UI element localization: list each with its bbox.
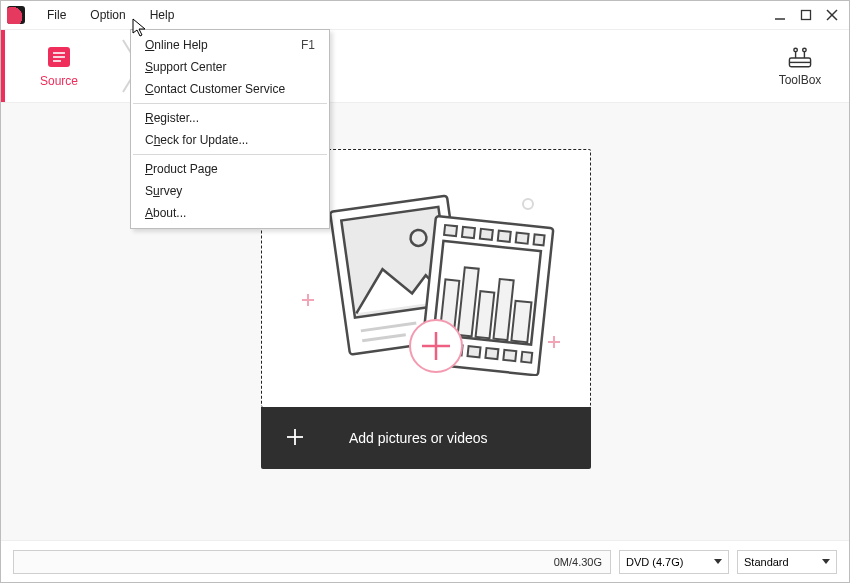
help-survey[interactable]: Survey bbox=[131, 180, 329, 202]
help-check-update[interactable]: Check for Update... bbox=[131, 129, 329, 151]
help-contact-customer-service[interactable]: Contact Customer Service bbox=[131, 78, 329, 100]
chevron-down-icon bbox=[822, 559, 830, 564]
shortcut-text: F1 bbox=[301, 38, 315, 52]
svg-rect-30 bbox=[498, 231, 511, 242]
help-product-page[interactable]: Product Page bbox=[131, 158, 329, 180]
add-media-button[interactable]: Add pictures or videos bbox=[261, 407, 591, 469]
svg-rect-31 bbox=[516, 233, 529, 244]
disc-size-value: DVD (4.7G) bbox=[626, 556, 683, 568]
quality-select[interactable]: Standard bbox=[737, 550, 837, 574]
svg-point-19 bbox=[523, 199, 533, 209]
main-area: Add pictures or videos bbox=[1, 103, 849, 540]
svg-rect-41 bbox=[468, 346, 481, 357]
svg-rect-42 bbox=[485, 348, 498, 359]
step-source-label: Source bbox=[40, 74, 78, 88]
help-menu-dropdown: Online Help F1 Support Center Contact Cu… bbox=[130, 29, 330, 229]
disc-usage-bar: 0M/4.30G bbox=[13, 550, 611, 574]
step-tabs: Source ToolBox bbox=[1, 29, 849, 103]
app-icon bbox=[7, 6, 25, 24]
bottom-bar: 0M/4.30G DVD (4.7G) Standard bbox=[1, 540, 849, 582]
disc-usage-text: 0M/4.30G bbox=[554, 556, 602, 568]
add-media-label: Add pictures or videos bbox=[349, 430, 488, 446]
svg-rect-44 bbox=[521, 352, 532, 363]
svg-rect-38 bbox=[511, 301, 531, 342]
toolbox-label: ToolBox bbox=[779, 73, 822, 87]
menu-separator bbox=[133, 103, 327, 104]
svg-point-13 bbox=[803, 48, 807, 52]
menu-help[interactable]: Help bbox=[138, 1, 187, 29]
help-support-center[interactable]: Support Center bbox=[131, 56, 329, 78]
toolbox-button[interactable]: ToolBox bbox=[757, 30, 843, 102]
toolbox-icon bbox=[785, 45, 815, 71]
quality-value: Standard bbox=[744, 556, 789, 568]
window-controls bbox=[773, 8, 843, 22]
menu-file[interactable]: File bbox=[35, 1, 78, 29]
disc-size-select[interactable]: DVD (4.7G) bbox=[619, 550, 729, 574]
svg-rect-28 bbox=[462, 227, 475, 238]
help-online-help[interactable]: Online Help F1 bbox=[131, 34, 329, 56]
svg-rect-1 bbox=[802, 11, 811, 20]
minimize-button[interactable] bbox=[773, 8, 787, 22]
svg-rect-32 bbox=[534, 234, 545, 245]
svg-rect-43 bbox=[503, 350, 516, 361]
menu-bar: File Option Help bbox=[1, 1, 849, 29]
svg-rect-29 bbox=[480, 229, 493, 240]
plus-icon bbox=[285, 427, 305, 450]
menu-separator bbox=[133, 154, 327, 155]
menu-option[interactable]: Option bbox=[78, 1, 137, 29]
active-indicator bbox=[1, 30, 5, 102]
help-register[interactable]: Register... bbox=[131, 107, 329, 129]
close-button[interactable] bbox=[825, 8, 839, 22]
maximize-button[interactable] bbox=[799, 8, 813, 22]
help-about[interactable]: About... bbox=[131, 202, 329, 224]
step-source[interactable]: Source bbox=[1, 30, 117, 102]
svg-point-12 bbox=[794, 48, 798, 52]
chevron-down-icon bbox=[714, 559, 722, 564]
svg-rect-27 bbox=[444, 225, 457, 236]
source-icon bbox=[44, 44, 74, 70]
